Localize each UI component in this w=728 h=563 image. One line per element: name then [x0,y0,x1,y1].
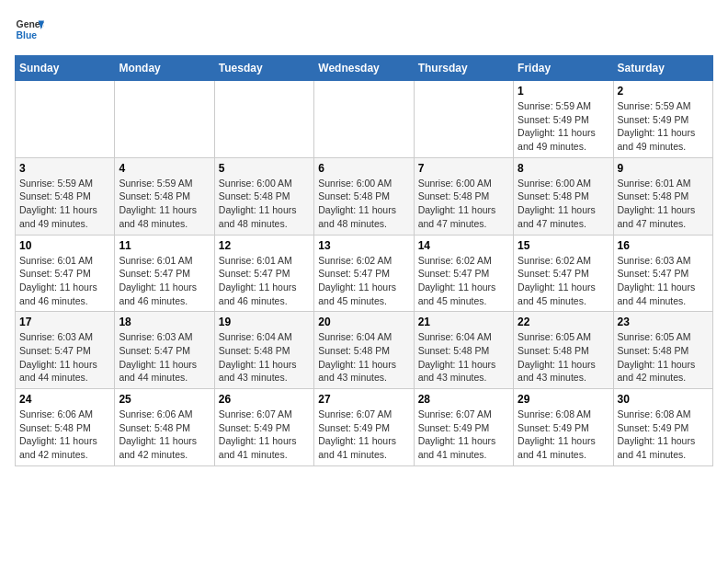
day-info: Sunrise: 6:00 AM Sunset: 5:48 PM Dayligh… [518,177,609,231]
day-number: 29 [518,393,609,406]
calendar-day-cell: 12Sunrise: 6:01 AM Sunset: 5:47 PM Dayli… [214,235,313,312]
day-info: Sunrise: 6:01 AM Sunset: 5:47 PM Dayligh… [19,254,110,308]
calendar-header-row: SundayMondayTuesdayWednesdayThursdayFrid… [16,56,713,81]
day-number: 22 [518,316,609,328]
calendar-day-cell: 29Sunrise: 6:08 AM Sunset: 5:49 PM Dayli… [514,389,613,466]
calendar-day-cell: 27Sunrise: 6:07 AM Sunset: 5:49 PM Dayli… [314,389,414,466]
calendar-day-cell: 16Sunrise: 6:03 AM Sunset: 5:47 PM Dayli… [613,235,712,312]
calendar-day-cell: 2Sunrise: 5:59 AM Sunset: 5:49 PM Daylig… [613,81,712,158]
calendar-day-cell [214,81,313,158]
day-number: 16 [618,239,709,252]
day-number: 25 [119,393,210,406]
day-number: 21 [418,316,509,328]
day-info: Sunrise: 6:01 AM Sunset: 5:47 PM Dayligh… [219,254,310,308]
day-number: 23 [618,316,709,328]
weekday-header: Friday [514,56,613,81]
day-number: 20 [318,316,409,328]
calendar-day-cell: 25Sunrise: 6:06 AM Sunset: 5:48 PM Dayli… [115,389,214,466]
day-number: 12 [219,239,310,252]
day-info: Sunrise: 6:04 AM Sunset: 5:48 PM Dayligh… [219,330,310,385]
day-number: 4 [119,162,210,175]
day-info: Sunrise: 6:07 AM Sunset: 5:49 PM Dayligh… [418,408,509,462]
day-info: Sunrise: 6:06 AM Sunset: 5:48 PM Dayligh… [119,408,210,462]
day-number: 28 [418,393,509,406]
weekday-header: Thursday [414,56,513,81]
weekday-header: Monday [115,56,214,81]
day-number: 11 [119,239,210,252]
day-info: Sunrise: 6:02 AM Sunset: 5:47 PM Dayligh… [418,254,509,308]
calendar-day-cell: 15Sunrise: 6:02 AM Sunset: 5:47 PM Dayli… [514,235,613,312]
calendar-week-row: 10Sunrise: 6:01 AM Sunset: 5:47 PM Dayli… [16,235,713,312]
weekday-header: Wednesday [314,56,414,81]
calendar-day-cell [314,81,414,158]
day-number: 17 [19,316,110,328]
day-number: 7 [418,162,509,175]
day-number: 19 [219,316,310,328]
day-number: 18 [119,316,210,328]
day-number: 27 [318,393,409,406]
day-number: 8 [518,162,609,175]
calendar-day-cell: 28Sunrise: 6:07 AM Sunset: 5:49 PM Dayli… [414,389,513,466]
day-info: Sunrise: 6:05 AM Sunset: 5:48 PM Dayligh… [618,330,709,385]
calendar-week-row: 3Sunrise: 5:59 AM Sunset: 5:48 PM Daylig… [16,157,713,235]
day-info: Sunrise: 6:06 AM Sunset: 5:48 PM Dayligh… [19,408,110,462]
day-info: Sunrise: 6:00 AM Sunset: 5:48 PM Dayligh… [318,177,409,231]
calendar-day-cell: 6Sunrise: 6:00 AM Sunset: 5:48 PM Daylig… [314,157,414,235]
day-info: Sunrise: 6:04 AM Sunset: 5:48 PM Dayligh… [318,330,409,385]
day-info: Sunrise: 6:02 AM Sunset: 5:47 PM Dayligh… [518,254,609,308]
calendar-week-row: 17Sunrise: 6:03 AM Sunset: 5:47 PM Dayli… [16,312,713,389]
calendar-week-row: 24Sunrise: 6:06 AM Sunset: 5:48 PM Dayli… [16,389,713,466]
logo-icon: General Blue [15,15,44,44]
day-number: 30 [618,393,709,406]
day-info: Sunrise: 6:03 AM Sunset: 5:47 PM Dayligh… [119,330,210,385]
calendar-day-cell: 10Sunrise: 6:01 AM Sunset: 5:47 PM Dayli… [16,235,115,312]
day-number: 14 [418,239,509,252]
day-info: Sunrise: 5:59 AM Sunset: 5:48 PM Dayligh… [119,177,210,231]
day-info: Sunrise: 5:59 AM Sunset: 5:48 PM Dayligh… [19,177,110,231]
day-number: 3 [19,162,110,175]
calendar-day-cell: 4Sunrise: 5:59 AM Sunset: 5:48 PM Daylig… [115,157,214,235]
day-info: Sunrise: 6:04 AM Sunset: 5:48 PM Dayligh… [418,330,509,385]
calendar-day-cell: 22Sunrise: 6:05 AM Sunset: 5:48 PM Dayli… [514,312,613,389]
calendar-day-cell: 13Sunrise: 6:02 AM Sunset: 5:47 PM Dayli… [314,235,414,312]
calendar-day-cell: 1Sunrise: 5:59 AM Sunset: 5:49 PM Daylig… [514,81,613,158]
calendar-day-cell: 20Sunrise: 6:04 AM Sunset: 5:48 PM Dayli… [314,312,414,389]
day-number: 1 [518,85,609,98]
calendar-day-cell: 30Sunrise: 6:08 AM Sunset: 5:49 PM Dayli… [613,389,712,466]
day-info: Sunrise: 6:01 AM Sunset: 5:47 PM Dayligh… [119,254,210,308]
day-info: Sunrise: 5:59 AM Sunset: 5:49 PM Dayligh… [618,99,709,154]
calendar-day-cell [115,81,214,158]
weekday-header: Sunday [16,56,115,81]
calendar-day-cell: 26Sunrise: 6:07 AM Sunset: 5:49 PM Dayli… [214,389,313,466]
day-info: Sunrise: 6:08 AM Sunset: 5:49 PM Dayligh… [618,408,709,462]
day-info: Sunrise: 6:08 AM Sunset: 5:49 PM Dayligh… [518,408,609,462]
calendar-day-cell: 5Sunrise: 6:00 AM Sunset: 5:48 PM Daylig… [214,157,313,235]
calendar-day-cell [414,81,513,158]
calendar-day-cell: 21Sunrise: 6:04 AM Sunset: 5:48 PM Dayli… [414,312,513,389]
day-info: Sunrise: 6:00 AM Sunset: 5:48 PM Dayligh… [219,177,310,231]
calendar-day-cell: 9Sunrise: 6:01 AM Sunset: 5:48 PM Daylig… [613,157,712,235]
day-info: Sunrise: 6:01 AM Sunset: 5:48 PM Dayligh… [618,177,709,231]
day-info: Sunrise: 6:07 AM Sunset: 5:49 PM Dayligh… [318,408,409,462]
calendar-day-cell: 8Sunrise: 6:00 AM Sunset: 5:48 PM Daylig… [514,157,613,235]
day-number: 24 [19,393,110,406]
svg-text:Blue: Blue [17,30,38,40]
calendar-day-cell: 3Sunrise: 5:59 AM Sunset: 5:48 PM Daylig… [16,157,115,235]
calendar-day-cell: 14Sunrise: 6:02 AM Sunset: 5:47 PM Dayli… [414,235,513,312]
day-number: 13 [318,239,409,252]
calendar-day-cell: 18Sunrise: 6:03 AM Sunset: 5:47 PM Dayli… [115,312,214,389]
day-number: 5 [219,162,310,175]
calendar-day-cell: 11Sunrise: 6:01 AM Sunset: 5:47 PM Dayli… [115,235,214,312]
day-info: Sunrise: 6:02 AM Sunset: 5:47 PM Dayligh… [318,254,409,308]
calendar-day-cell: 7Sunrise: 6:00 AM Sunset: 5:48 PM Daylig… [414,157,513,235]
page-header: General Blue [15,15,713,44]
day-info: Sunrise: 6:05 AM Sunset: 5:48 PM Dayligh… [518,330,609,385]
calendar-day-cell [16,81,115,158]
calendar-day-cell: 23Sunrise: 6:05 AM Sunset: 5:48 PM Dayli… [613,312,712,389]
day-info: Sunrise: 6:07 AM Sunset: 5:49 PM Dayligh… [219,408,310,462]
day-number: 26 [219,393,310,406]
logo: General Blue [15,15,44,44]
day-number: 6 [318,162,409,175]
calendar-day-cell: 24Sunrise: 6:06 AM Sunset: 5:48 PM Dayli… [16,389,115,466]
day-info: Sunrise: 6:03 AM Sunset: 5:47 PM Dayligh… [19,330,110,385]
